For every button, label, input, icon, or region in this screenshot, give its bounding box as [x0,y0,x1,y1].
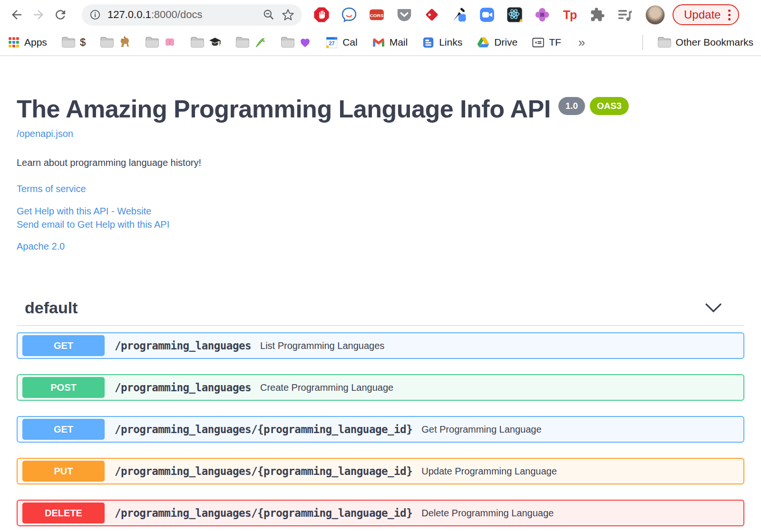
react-devtools-extension-icon[interactable] [507,7,523,23]
method-badge: POST [22,377,105,398]
endpoint-row-get-one[interactable]: GET /programming_languages/{programming_… [17,416,744,443]
purple-heart-icon [299,37,311,48]
site-info-icon[interactable] [89,9,101,20]
tp-extension-icon[interactable]: Tp [562,7,578,23]
contact-links: Get Help with this API - Website Send em… [17,204,744,232]
bookmark-label: Drive [494,37,517,48]
endpoint-path: /programming_languages/{programming_lang… [115,507,412,519]
folder-icon [190,36,205,48]
folder-icon [657,36,672,48]
bookmark-folder-finance[interactable]: $ [61,36,86,48]
update-label: Update [684,8,721,21]
url-path: :8000/docs [151,9,203,20]
links-doc-icon [422,36,435,49]
chevron-down-icon[interactable] [705,303,722,313]
calendar-day: 27 [329,40,335,46]
bookmark-other-bookmarks[interactable]: Other Bookmarks [657,36,753,48]
bookmark-folder-favorites[interactable] [281,36,311,48]
tf-site-icon [532,36,545,49]
google-drive-icon [477,36,490,49]
section-header[interactable]: default [17,299,744,326]
bookmark-folder-brain[interactable] [145,36,176,48]
url-host: 127.0.0.1 [107,9,151,20]
contact-email-link[interactable]: Send email to Get Help with this API [17,218,744,231]
bookmark-folder-horse[interactable] [100,36,131,48]
forward-button[interactable] [28,4,49,26]
folder-icon [145,36,159,48]
oas3-badge: OAS3 [590,97,629,115]
bookmark-tf[interactable]: TF [532,36,561,49]
openapi-json-link[interactable]: /openapi.json [17,128,73,139]
method-badge: PUT [22,461,105,482]
bookmarks-bar: Apps $ [0,29,761,56]
folder-icon [281,36,295,48]
pocket-extension-icon[interactable] [396,7,412,23]
bookmark-folder-herb[interactable] [235,36,266,48]
endpoint-summary: List Programming Languages [260,340,384,351]
back-button[interactable] [6,4,28,26]
bookmarks-divider [642,35,643,50]
endpoint-row-delete[interactable]: DELETE /programming_languages/{programmi… [17,500,744,526]
swagger-page: The Amazing Programming Language Info AP… [0,96,761,526]
bookmarks-overflow-chevron[interactable]: » [578,35,585,50]
bookmark-folder-education[interactable] [190,36,221,48]
address-bar[interactable]: 127.0.0.1:8000/docs [82,4,302,26]
update-button[interactable]: Update [673,4,739,25]
zoom-extension-icon[interactable] [479,7,495,23]
version-badge: 1.0 [558,97,585,115]
bookmark-drive[interactable]: Drive [477,36,517,49]
bookmark-label: TF [549,37,561,48]
browser-menu-dots-icon[interactable] [728,10,731,20]
color-picker-extension-icon[interactable] [451,7,468,23]
brain-icon [164,36,176,48]
chat-bubble-extension-icon[interactable] [341,7,357,23]
profile-avatar[interactable] [645,5,665,25]
terms-of-service-link[interactable]: Terms of service [17,184,86,194]
bookmark-apps[interactable]: Apps [8,36,47,48]
browser-chrome: 127.0.0.1:8000/docs [0,0,761,56]
contact-website-link[interactable]: Get Help with this API - Website [17,204,744,218]
bookmark-label: Cal [342,37,358,48]
bookmark-label: Links [439,37,462,48]
bookmark-star-icon[interactable] [282,9,294,21]
playlist-extension-icon[interactable] [617,7,633,23]
carousel-horse-icon [118,36,131,48]
tp-label: Tp [563,8,577,22]
bookmark-calendar[interactable]: 27 Cal [325,36,358,49]
bookmark-links[interactable]: Links [422,36,462,49]
cors-label: CORS [370,13,384,18]
endpoint-summary: Get Programming Language [421,424,541,435]
endpoint-path: /programming_languages/{programming_lang… [115,423,412,435]
endpoint-row-put-update[interactable]: PUT /programming_languages/{programming_… [17,458,744,484]
cors-extension-icon[interactable]: CORS [369,7,385,23]
folder-icon [235,36,250,48]
back-arrow-icon [10,8,24,22]
endpoint-row-get-list[interactable]: GET /programming_languages List Programm… [17,332,744,359]
url-text[interactable]: 127.0.0.1:8000/docs [107,9,256,21]
reload-button[interactable] [49,4,71,26]
api-description: Learn about programming language history… [17,157,744,168]
apps-grid-icon [8,36,20,48]
endpoint-row-post-create[interactable]: POST /programming_languages Create Progr… [17,374,744,401]
bookmark-mail[interactable]: Mail [372,36,408,49]
bookmark-label: Mail [390,37,408,48]
api-info: The Amazing Programming Language Info AP… [17,96,744,252]
endpoint-path: /programming_languages [115,381,251,394]
purple-pinwheel-extension-icon[interactable] [534,7,550,23]
extensions-puzzle-icon[interactable] [589,7,605,23]
diamond-extension-icon[interactable] [424,7,440,23]
adblock-extension-icon[interactable] [313,7,330,23]
zoom-out-icon[interactable] [263,9,275,21]
license-link[interactable]: Apache 2.0 [17,241,65,252]
folder-icon [100,36,114,48]
section-title: default [25,299,78,317]
method-badge: GET [22,335,105,356]
dollar-sign: $ [80,36,86,48]
endpoint-summary: Delete Programming Language [421,508,554,519]
method-badge: GET [22,419,105,440]
endpoint-summary: Update Programming Language [421,466,557,477]
bookmark-label: Other Bookmarks [676,37,753,48]
api-title: The Amazing Programming Language Info AP… [17,96,551,122]
default-section: default GET /programming_languages List … [17,299,744,526]
endpoint-list: GET /programming_languages List Programm… [17,326,744,526]
